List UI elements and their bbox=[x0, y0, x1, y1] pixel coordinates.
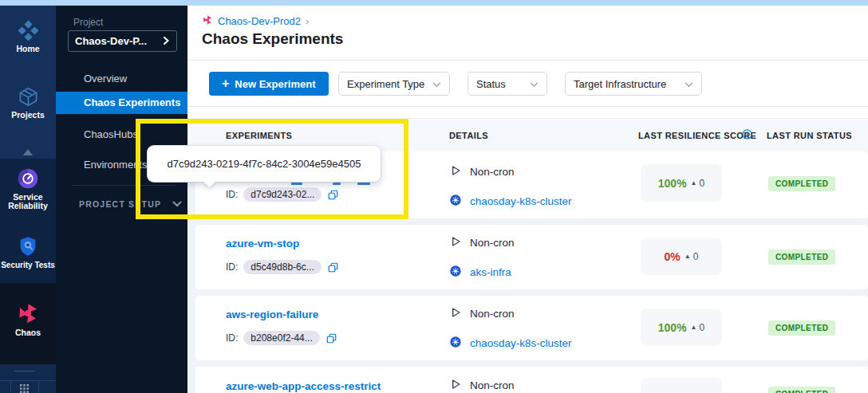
sidebar-item-chaos-experiments[interactable]: Chaos Experiments bbox=[56, 92, 187, 114]
sidebar-item-label: Home bbox=[0, 45, 56, 53]
copy-icon[interactable] bbox=[326, 332, 337, 344]
grid-menu-icon[interactable] bbox=[19, 383, 30, 393]
breadcrumb-project-link[interactable]: Chaos-Dev-Prod2 bbox=[218, 15, 301, 27]
module-sidebar-footer bbox=[0, 364, 56, 393]
experiment-id-chip: b208e0f2-44... bbox=[243, 331, 319, 345]
chevron-down-icon bbox=[432, 78, 441, 90]
occluded-link-fragment bbox=[291, 183, 302, 185]
id-tooltip-text: d7c9d243-0219-4f7c-84c2-3004e59e4505 bbox=[168, 158, 361, 170]
plus-icon: + bbox=[222, 77, 229, 90]
delta-up-icon: ▲ bbox=[691, 324, 697, 331]
play-icon bbox=[449, 378, 462, 393]
id-tooltip: d7c9d243-0219-4f7c-84c2-3004e59e4505 bbox=[148, 146, 381, 182]
service-reliability-icon bbox=[0, 167, 56, 190]
status-badge: COMPLETED bbox=[768, 250, 835, 265]
delta-value: 0 bbox=[700, 322, 705, 333]
experiment-id-chip: d7c9d243-02... bbox=[243, 187, 322, 202]
play-icon bbox=[449, 164, 462, 179]
footer-bottom-bar bbox=[0, 380, 56, 393]
experiment-id-chip: d5c49d8b-6c... bbox=[243, 260, 321, 274]
table-row: azure-web-app-access-restrict Non-cron C… bbox=[195, 367, 868, 393]
sidebar-item-label: Service Reliability bbox=[3, 193, 53, 210]
target-infrastructure-filter[interactable]: Target Infrastructure bbox=[565, 72, 702, 96]
occluded-link-fragment bbox=[357, 183, 370, 185]
sidebar-item-label: Security Tests bbox=[0, 261, 56, 269]
chevron-down-icon bbox=[172, 199, 182, 209]
status-badge: COMPLETED bbox=[768, 320, 835, 336]
page-title: Chaos Experiments bbox=[202, 30, 343, 48]
experiment-type-filter[interactable]: Experiment Type bbox=[338, 72, 450, 96]
column-header-resilience-score: LAST RESILIENCE SCORE bbox=[638, 131, 756, 140]
sidebar-item-label: Projects bbox=[0, 111, 56, 120]
chevron-down-icon bbox=[685, 78, 693, 90]
table-row: azure-vm-stop ID: d5c49d8b-6c... Non-cro… bbox=[195, 225, 868, 289]
delta-value: 0 bbox=[700, 178, 705, 189]
main-content: Chaos-Dev-Prod2 › Chaos Experiments + Ne… bbox=[187, 6, 868, 393]
sidebar-item-security-tests[interactable]: Security Tests bbox=[0, 235, 56, 269]
schedule-type: Non-cron bbox=[470, 237, 515, 249]
status-badge: COMPLETED bbox=[768, 387, 835, 393]
project-label: Project bbox=[73, 17, 103, 28]
infrastructure-link[interactable]: chaosday-k8s-cluster bbox=[470, 195, 572, 207]
collapse-up-icon[interactable] bbox=[23, 149, 33, 155]
status-badge: COMPLETED bbox=[768, 176, 835, 191]
play-icon bbox=[449, 306, 462, 321]
infrastructure-link[interactable]: aks-infra bbox=[470, 266, 511, 278]
play-icon bbox=[449, 235, 462, 250]
schedule-type: Non-cron bbox=[470, 308, 515, 320]
schedule-type: Non-cron bbox=[470, 379, 515, 391]
id-label: ID: bbox=[226, 189, 238, 200]
sidebar-item-chaos[interactable]: Chaos bbox=[0, 301, 56, 337]
occluded-link-fragment bbox=[333, 183, 341, 185]
breadcrumb-separator-icon: › bbox=[306, 15, 309, 27]
kubernetes-icon bbox=[449, 336, 462, 351]
chevron-right-icon bbox=[162, 34, 170, 49]
delta-up-icon: ▲ bbox=[685, 253, 691, 260]
column-header-last-run-status: LAST RUN STATUS bbox=[767, 131, 852, 140]
app-window: Home Projects Service Reliability Securi… bbox=[0, 0, 868, 393]
project-setup-section[interactable]: PROJECT SETUP bbox=[79, 199, 183, 209]
experiment-name-link[interactable]: azure-web-app-access-restrict bbox=[226, 380, 381, 392]
sidebar-item-service-reliability[interactable]: Service Reliability bbox=[0, 167, 56, 210]
chevron-down-icon bbox=[530, 78, 539, 90]
security-tests-icon bbox=[0, 235, 56, 257]
kubernetes-icon bbox=[449, 265, 462, 280]
id-label: ID: bbox=[226, 261, 238, 273]
resilience-score: 100% ▲0 bbox=[641, 164, 722, 202]
sidebar-item-chaoshubs[interactable]: ChaosHubs bbox=[56, 124, 187, 146]
projects-icon bbox=[0, 86, 56, 108]
module-sidebar: Home Projects Service Reliability Securi… bbox=[0, 6, 56, 393]
home-icon bbox=[0, 20, 56, 41]
kubernetes-icon bbox=[449, 194, 462, 209]
chaos-icon bbox=[0, 301, 56, 325]
schedule-type: Non-cron bbox=[470, 166, 515, 178]
resilience-score: 100% ▲0 bbox=[641, 309, 722, 346]
column-header-details: DETAILS bbox=[449, 131, 488, 140]
browser-top-strip bbox=[0, 0, 868, 6]
delta-value: 0 bbox=[693, 251, 699, 262]
infrastructure-link[interactable]: chaosday-k8s-cluster bbox=[470, 337, 572, 349]
sidebar-item-overview[interactable]: Overview bbox=[56, 68, 187, 90]
resilience-score: 0% ▲0 bbox=[641, 238, 722, 275]
table-body: ID: d7c9d243-02... Non-cron chaosday-k8s… bbox=[187, 151, 868, 393]
copy-icon[interactable] bbox=[327, 189, 339, 201]
column-header-experiments: EXPERIMENTS bbox=[226, 131, 292, 140]
footer-divider bbox=[14, 371, 35, 371]
experiment-name-link[interactable]: aws-region-failure bbox=[226, 309, 318, 320]
sidebar-item-home[interactable]: Home bbox=[0, 20, 56, 53]
info-icon[interactable] bbox=[742, 129, 752, 141]
sidebar-item-label: Chaos bbox=[0, 328, 56, 337]
sidebar-divider bbox=[72, 185, 176, 186]
project-sidebar: Project Chaos-Dev-P... Overview Chaos Ex… bbox=[56, 6, 187, 393]
experiment-name-link[interactable]: azure-vm-stop bbox=[226, 238, 299, 250]
id-label: ID: bbox=[226, 332, 238, 344]
table-row: aws-region-failure ID: b208e0f2-44... No… bbox=[195, 296, 868, 360]
sidebar-item-projects[interactable]: Projects bbox=[0, 86, 56, 120]
copy-icon[interactable] bbox=[327, 261, 339, 273]
project-selector-value: Chaos-Dev-P... bbox=[75, 35, 162, 47]
new-experiment-button[interactable]: + New Experiment bbox=[209, 72, 329, 96]
status-filter[interactable]: Status bbox=[468, 72, 547, 96]
project-selector[interactable]: Chaos-Dev-P... bbox=[68, 30, 177, 52]
chaos-breadcrumb-icon bbox=[202, 14, 213, 28]
header-divider bbox=[187, 60, 868, 61]
